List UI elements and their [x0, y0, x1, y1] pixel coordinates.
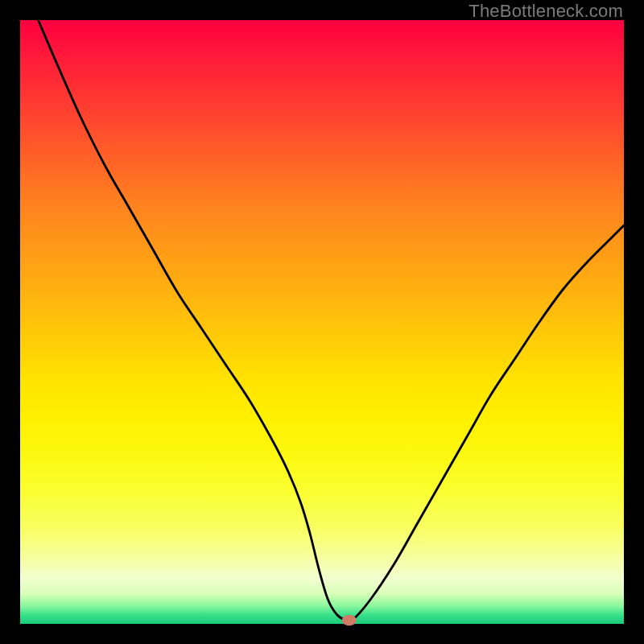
- bottleneck-curve: [39, 20, 625, 622]
- chart-svg: [20, 20, 624, 624]
- optimal-point-marker: [342, 615, 357, 626]
- chart-frame: TheBottleneck.com: [0, 0, 644, 644]
- watermark-text: TheBottleneck.com: [469, 1, 623, 22]
